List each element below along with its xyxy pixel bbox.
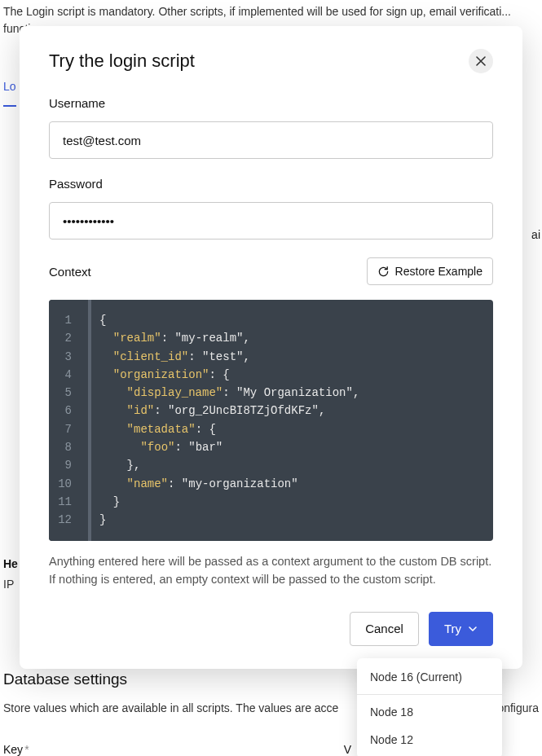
password-input[interactable] (49, 202, 493, 240)
context-code-editor[interactable]: 123456789101112 { "realm": "my-realm", "… (49, 300, 493, 541)
modal-header: Try the login script (49, 49, 493, 73)
modal-backdrop: Try the login script Username Password C… (0, 0, 542, 756)
password-group: Password (49, 177, 493, 240)
dropdown-divider (357, 694, 502, 695)
modal-title: Try the login script (49, 51, 195, 72)
password-label: Password (49, 177, 493, 191)
close-icon (476, 56, 486, 66)
context-header: Context Restore Example (49, 257, 493, 285)
context-label: Context (49, 265, 91, 279)
dropdown-node-16[interactable]: Node 16 (Current) (357, 663, 502, 691)
code-gutter: 123456789101112 (49, 300, 91, 541)
restore-example-button[interactable]: Restore Example (367, 257, 493, 285)
chevron-down-icon (468, 624, 478, 634)
cancel-button[interactable]: Cancel (350, 612, 419, 646)
try-dropdown-menu: Node 16 (Current) Node 18 Node 12 (357, 658, 502, 756)
try-button[interactable]: Try (429, 612, 493, 646)
username-group: Username (49, 96, 493, 159)
username-input[interactable] (49, 121, 493, 159)
close-button[interactable] (469, 49, 493, 73)
modal-footer: Cancel Try (49, 612, 493, 646)
try-login-modal: Try the login script Username Password C… (20, 26, 522, 669)
username-label: Username (49, 96, 493, 110)
refresh-icon (377, 266, 390, 278)
dropdown-node-12[interactable]: Node 12 (357, 726, 502, 754)
code-content[interactable]: { "realm": "my-realm", "client_id": "tes… (91, 300, 368, 541)
dropdown-node-18[interactable]: Node 18 (357, 698, 502, 726)
restore-label: Restore Example (395, 265, 483, 278)
context-help-text: Anything entered here will be passed as … (49, 552, 493, 589)
